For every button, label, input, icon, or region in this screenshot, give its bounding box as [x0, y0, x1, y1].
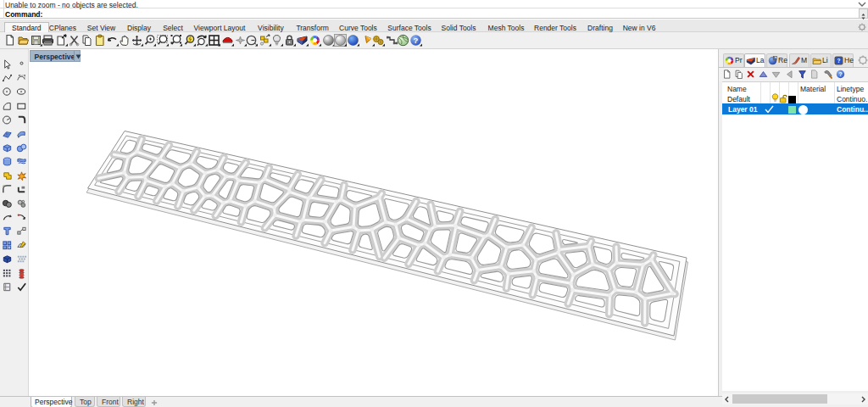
svg-text:?: ?	[837, 58, 841, 64]
svg-text:?: ?	[838, 71, 842, 77]
